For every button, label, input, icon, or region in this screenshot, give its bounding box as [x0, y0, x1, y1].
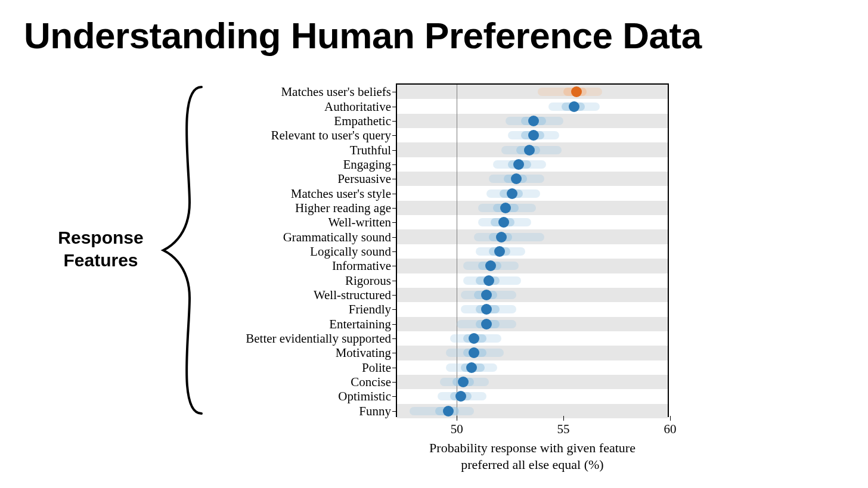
point	[458, 377, 469, 387]
y-tick	[392, 222, 397, 223]
x-tick	[563, 416, 564, 421]
row-band	[397, 317, 668, 331]
y-tick	[392, 368, 397, 368]
point	[571, 86, 582, 97]
point	[524, 145, 535, 156]
point	[528, 130, 539, 141]
y-category-label: Concise	[351, 376, 391, 388]
brace-icon	[160, 83, 207, 417]
x-tick-label: 50	[451, 422, 463, 437]
y-tick	[392, 135, 397, 136]
y-category-label: Rigorous	[345, 274, 391, 287]
point	[496, 232, 507, 243]
dot-interval-plot: Probability response with given feature …	[396, 83, 669, 417]
point	[469, 333, 479, 344]
y-tick	[392, 237, 397, 238]
point	[481, 319, 492, 330]
x-axis-title-l2: preferred all else equal (%)	[429, 456, 636, 473]
point	[485, 260, 496, 271]
point	[569, 101, 579, 112]
y-tick	[392, 92, 397, 92]
point	[469, 347, 479, 358]
x-tick-label: 60	[664, 422, 677, 437]
y-category-label: Better evidentially supported	[246, 332, 391, 345]
y-tick	[392, 164, 397, 165]
point	[466, 362, 477, 373]
y-category-label: Motivating	[336, 347, 391, 359]
y-category-label: Higher reading age	[295, 201, 391, 214]
point	[483, 275, 494, 286]
y-category-label: Logically sound	[310, 245, 391, 258]
y-tick	[392, 281, 397, 281]
point	[443, 406, 454, 416]
row-band	[397, 288, 668, 302]
y-tick	[392, 194, 397, 194]
point	[500, 203, 511, 213]
point	[528, 116, 539, 126]
y-tick	[392, 107, 397, 107]
y-category-label: Informative	[332, 260, 391, 272]
y-category-label: Engaging	[343, 158, 391, 170]
point	[498, 217, 509, 228]
y-tick	[392, 309, 397, 310]
y-category-label: Well-structured	[314, 289, 391, 301]
page-title: Understanding Human Preference Data	[24, 14, 702, 57]
y-category-label: Relevant to user's query	[271, 129, 391, 142]
point	[494, 246, 505, 257]
y-tick	[392, 338, 397, 339]
y-tick	[392, 396, 397, 397]
point	[511, 173, 522, 184]
y-tick	[392, 411, 397, 412]
x-tick-label: 55	[557, 422, 570, 437]
point	[507, 188, 517, 199]
y-category-label: Funny	[359, 405, 391, 417]
y-tick	[392, 324, 397, 325]
y-category-label: Authoritative	[324, 100, 391, 113]
row-band	[397, 375, 668, 389]
y-category-label: Well-written	[328, 216, 391, 229]
y-category-label: Matches user's style	[291, 187, 391, 200]
y-tick	[392, 382, 397, 383]
y-tick	[392, 150, 397, 151]
point	[481, 304, 492, 315]
y-category-label: Polite	[362, 361, 391, 374]
y-tick	[392, 353, 397, 353]
x-tick	[670, 416, 671, 421]
y-tick	[392, 179, 397, 179]
y-category-label: Entertaining	[329, 318, 391, 330]
brace-label-l2: Features	[38, 249, 163, 272]
y-tick	[392, 208, 397, 209]
x-axis-title-l1: Probability response with given feature	[429, 440, 636, 456]
y-category-label: Truthful	[350, 144, 391, 156]
chart-stage: Understanding Human Preference Data Resp…	[0, 0, 868, 488]
row-band	[397, 259, 668, 273]
y-tick	[392, 295, 397, 296]
y-tick	[392, 266, 397, 266]
row-band	[397, 85, 668, 99]
y-category-label: Empathetic	[334, 114, 391, 127]
y-category-label: Optimistic	[338, 390, 391, 403]
x-tick	[457, 416, 457, 421]
y-category-label: Friendly	[349, 303, 391, 316]
y-tick	[392, 251, 397, 252]
x-axis-title: Probability response with given feature …	[429, 440, 636, 473]
y-category-label: Persuasive	[337, 173, 391, 185]
row-band	[397, 346, 668, 360]
y-category-label: Matches user's beliefs	[281, 86, 391, 98]
y-tick	[392, 121, 397, 122]
point	[481, 290, 492, 300]
brace-label-l1: Response	[38, 226, 163, 249]
point	[513, 159, 524, 170]
y-category-label: Grammatically sound	[283, 231, 391, 243]
point	[455, 391, 466, 402]
brace-label: Response Features	[38, 226, 163, 271]
